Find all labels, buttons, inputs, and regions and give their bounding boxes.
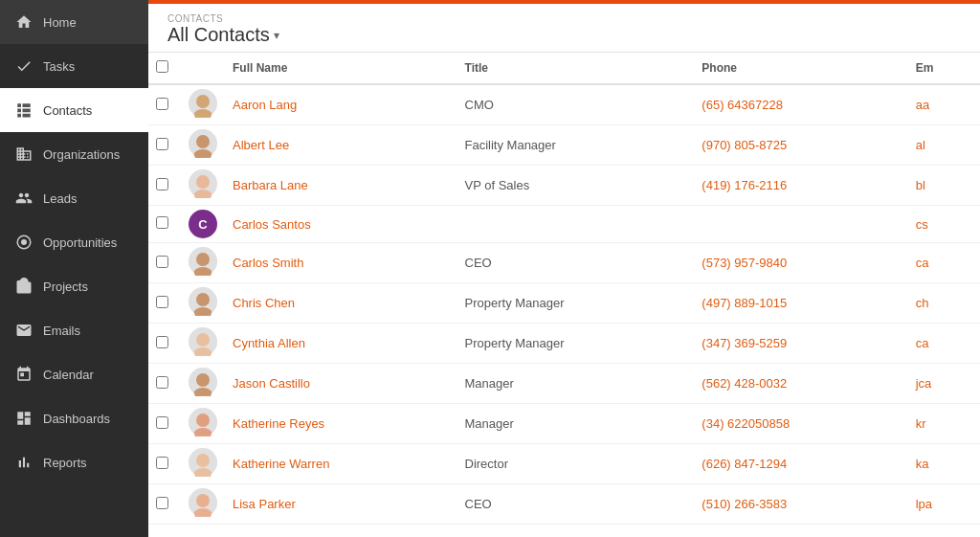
- avatar: [189, 488, 217, 517]
- svg-point-7: [21, 239, 27, 245]
- avatar-cell: [183, 444, 223, 484]
- contact-name-link[interactable]: Carlos Smith: [233, 256, 303, 270]
- contact-name-cell: Aaron Lang: [223, 84, 456, 125]
- contact-email: lpa: [906, 484, 980, 525]
- avatar-cell: [183, 84, 223, 125]
- sidebar-item-calendar[interactable]: Calendar: [0, 352, 148, 396]
- dropdown-arrow: ▾: [274, 29, 279, 42]
- contact-phone: [692, 206, 905, 243]
- row-select-checkbox[interactable]: [156, 256, 168, 268]
- contact-name-link[interactable]: Barbara Lane: [233, 178, 308, 192]
- sidebar-item-reports[interactable]: Reports: [0, 440, 148, 484]
- sidebar-item-leads[interactable]: Leads: [0, 176, 148, 220]
- avatar: [189, 287, 217, 316]
- row-checkbox-cell: [148, 84, 183, 125]
- table-row: Katherine WarrenDirector(626) 847-1294ka: [148, 444, 980, 484]
- svg-point-34: [196, 253, 210, 266]
- sidebar-item-projects[interactable]: Projects: [0, 264, 148, 308]
- contact-name-link[interactable]: Lisa Parker: [233, 497, 296, 511]
- avatar: [189, 327, 217, 356]
- sidebar-item-home[interactable]: Home: [0, 0, 148, 44]
- contact-title: CMO: [456, 84, 693, 125]
- sidebar-item-contacts[interactable]: Contacts: [0, 88, 148, 132]
- row-select-checkbox[interactable]: [156, 178, 168, 190]
- contact-name-link[interactable]: Katherine Reyes: [233, 416, 324, 431]
- select-all-checkbox[interactable]: [156, 60, 168, 73]
- sidebar-item-label: Reports: [43, 456, 87, 470]
- contact-name-link[interactable]: Albert Lee: [233, 138, 289, 152]
- sidebar-item-organizations[interactable]: Organizations: [0, 132, 148, 176]
- contact-phone: (562) 428-0032: [692, 364, 905, 404]
- contact-email: aa: [906, 84, 980, 125]
- row-select-checkbox[interactable]: [156, 296, 168, 308]
- row-checkbox-cell: [148, 166, 183, 206]
- table-row: Chris ChenProperty Manager(497) 889-1015…: [148, 283, 980, 324]
- row-select-checkbox[interactable]: [156, 457, 168, 469]
- contact-name-link[interactable]: Katherine Warren: [233, 457, 329, 471]
- sidebar-item-label: Calendar: [43, 368, 94, 382]
- sidebar-item-emails[interactable]: Emails: [0, 308, 148, 352]
- main-content: CONTACTS All Contacts ▾ Full Name Title …: [148, 0, 980, 537]
- avatar: [189, 89, 217, 118]
- contact-phone: (497) 889-1015: [692, 283, 905, 324]
- avatar: [189, 448, 217, 477]
- row-checkbox-cell: [148, 125, 183, 166]
- contact-title: Facility Manager: [456, 125, 693, 166]
- title-header[interactable]: Title: [456, 53, 693, 84]
- table-row: Cynthia AllenProperty Manager(347) 369-5…: [148, 324, 980, 364]
- svg-rect-3: [23, 103, 31, 107]
- contact-name-cell: Chris Chen: [223, 283, 456, 324]
- contact-name-cell: Albert Lee: [223, 125, 456, 166]
- svg-rect-2: [17, 114, 21, 118]
- row-select-checkbox[interactable]: [156, 98, 168, 110]
- contact-email: ch: [906, 283, 980, 324]
- sidebar-item-label: Emails: [43, 324, 80, 338]
- avatar: [189, 368, 217, 396]
- row-select-checkbox[interactable]: [156, 376, 168, 389]
- svg-point-41: [196, 293, 210, 306]
- row-checkbox-cell: [148, 364, 183, 404]
- avatar-cell: C: [183, 206, 223, 243]
- contacts-table-container: Full Name Title Phone Em Aaron LangCMO(6…: [148, 53, 980, 537]
- contact-name-cell: Cynthia Allen: [223, 324, 456, 364]
- email-header[interactable]: Em: [906, 53, 980, 84]
- contact-name-link[interactable]: Carlos Santos: [233, 217, 311, 232]
- row-select-checkbox[interactable]: [156, 497, 168, 509]
- sidebar: Home Tasks Contacts Organizations Leads …: [0, 0, 148, 537]
- row-checkbox-cell: [148, 206, 183, 243]
- table-row: Jason CastilloManager(562) 428-0032jca: [148, 364, 980, 404]
- contact-name-link[interactable]: Aaron Lang: [233, 98, 297, 112]
- avatar-cell: [183, 283, 223, 324]
- contact-name-link[interactable]: Cynthia Allen: [233, 336, 305, 350]
- contact-title: [456, 206, 693, 243]
- phone-header[interactable]: Phone: [692, 53, 905, 84]
- avatar-cell: [183, 243, 223, 283]
- table-header-row: Full Name Title Phone Em: [148, 53, 980, 84]
- sidebar-item-dashboards[interactable]: Dashboards: [0, 396, 148, 440]
- sidebar-item-label: Contacts: [43, 103, 92, 118]
- row-select-checkbox[interactable]: [156, 416, 168, 429]
- sidebar-item-tasks[interactable]: Tasks: [0, 44, 148, 88]
- contact-title: Manager: [456, 404, 693, 444]
- row-checkbox-cell: [148, 404, 183, 444]
- sidebar-item-opportunities[interactable]: Opportunities: [0, 220, 148, 264]
- row-select-checkbox[interactable]: [156, 336, 168, 348]
- svg-point-62: [196, 414, 210, 427]
- row-select-checkbox[interactable]: [156, 216, 168, 229]
- page-title[interactable]: All Contacts ▾: [167, 24, 961, 46]
- contact-name-link[interactable]: Jason Castillo: [233, 376, 310, 391]
- sidebar-item-label: Leads: [43, 191, 77, 206]
- contact-name-cell: Lisa Parker: [223, 484, 456, 525]
- contact-phone: (970) 805-8725: [692, 125, 905, 166]
- row-select-checkbox[interactable]: [156, 138, 168, 150]
- contact-phone: (626) 847-1294: [692, 444, 905, 484]
- fullname-header[interactable]: Full Name: [223, 53, 456, 84]
- sidebar-item-label: Dashboards: [43, 412, 110, 426]
- contact-phone: (510) 266-3583: [692, 484, 905, 525]
- contact-title: Property Manager: [456, 283, 693, 324]
- select-all-header[interactable]: [148, 53, 183, 84]
- organizations-icon: [14, 145, 33, 164]
- row-checkbox-cell: [148, 324, 183, 364]
- svg-point-27: [196, 175, 210, 189]
- contact-name-link[interactable]: Chris Chen: [233, 296, 295, 310]
